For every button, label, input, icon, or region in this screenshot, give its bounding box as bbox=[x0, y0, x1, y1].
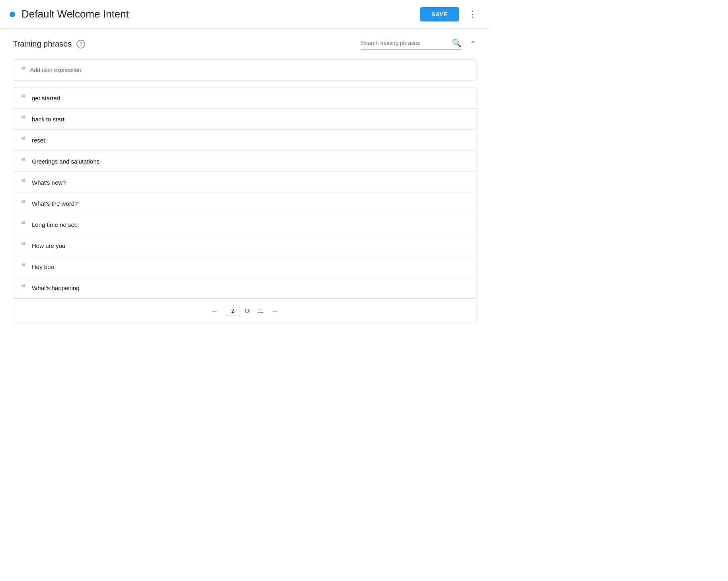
phrase-row[interactable]: ❝back to start bbox=[13, 109, 476, 130]
search-input-wrapper: 🔍 bbox=[361, 38, 462, 50]
phrase-row[interactable]: ❝Long time no see bbox=[13, 214, 476, 235]
section-title-group: Training phrases ? bbox=[13, 39, 85, 49]
phrase-quote-icon: ❝ bbox=[21, 115, 25, 123]
help-icon[interactable]: ? bbox=[76, 40, 85, 49]
phrase-text: What's the word? bbox=[32, 200, 78, 207]
phrase-text: What's happening bbox=[32, 285, 80, 291]
prev-page-button[interactable]: ← bbox=[208, 304, 221, 317]
phrase-row[interactable]: ❝Hey boo bbox=[13, 256, 476, 277]
phrase-row[interactable]: ❝How are you bbox=[13, 235, 476, 256]
phrase-quote-icon: ❝ bbox=[21, 136, 25, 144]
header-right: SAVE ⋮ bbox=[420, 7, 480, 21]
header: Default Welcome Intent SAVE ⋮ bbox=[0, 0, 489, 29]
phrase-quote-icon: ❝ bbox=[21, 242, 25, 250]
phrase-quote-icon: ❝ bbox=[21, 94, 25, 102]
total-pages: 11 bbox=[257, 308, 263, 314]
section-header: Training phrases ? 🔍 ⌃ bbox=[13, 38, 476, 50]
of-label: OF bbox=[245, 308, 252, 314]
section-title: Training phrases bbox=[13, 39, 72, 49]
quote-icon: ❝ bbox=[21, 66, 25, 74]
phrase-row[interactable]: ❝get started bbox=[13, 88, 476, 109]
phrase-text: What's new? bbox=[32, 179, 66, 186]
phrase-quote-icon: ❝ bbox=[21, 220, 25, 228]
collapse-icon[interactable]: ⌃ bbox=[470, 39, 476, 49]
phrases-list: ❝get started❝back to start❝reset❝Greetin… bbox=[13, 87, 476, 323]
current-page: 2 bbox=[226, 306, 240, 316]
phrase-quote-icon: ❝ bbox=[21, 178, 25, 186]
page-title: Default Welcome Intent bbox=[21, 8, 129, 20]
status-dot bbox=[10, 12, 15, 17]
phrase-text: back to start bbox=[32, 116, 64, 123]
add-expression-input[interactable] bbox=[30, 67, 468, 73]
training-phrases-section: Training phrases ? 🔍 ⌃ ❝ ❝get started❝ba… bbox=[0, 29, 489, 333]
search-group: 🔍 ⌃ bbox=[361, 38, 476, 50]
phrase-row[interactable]: ❝Greetings and salutations bbox=[13, 151, 476, 172]
search-input[interactable] bbox=[361, 40, 449, 46]
phrase-text: Long time no see bbox=[32, 221, 78, 228]
phrase-text: reset bbox=[32, 137, 45, 144]
phrase-row[interactable]: ❝What's the word? bbox=[13, 193, 476, 214]
phrase-text: Hey boo bbox=[32, 263, 54, 270]
phrase-quote-icon: ❝ bbox=[21, 199, 25, 207]
pagination: ←2OF11→ bbox=[13, 298, 476, 323]
phrase-quote-icon: ❝ bbox=[21, 157, 25, 165]
save-button[interactable]: SAVE bbox=[420, 7, 459, 21]
phrase-text: How are you bbox=[32, 242, 65, 249]
next-page-button[interactable]: → bbox=[268, 304, 281, 317]
phrase-quote-icon: ❝ bbox=[21, 263, 25, 271]
phrase-quote-icon: ❝ bbox=[21, 284, 25, 292]
phrase-text: get started bbox=[32, 95, 60, 101]
phrase-row[interactable]: ❝reset bbox=[13, 130, 476, 151]
phrase-text: Greetings and salutations bbox=[32, 158, 100, 165]
add-expression-box: ❝ bbox=[13, 59, 476, 81]
phrase-row[interactable]: ❝What's happening bbox=[13, 277, 476, 298]
more-icon[interactable]: ⋮ bbox=[465, 7, 480, 21]
phrase-row[interactable]: ❝What's new? bbox=[13, 172, 476, 193]
header-left: Default Welcome Intent bbox=[10, 8, 129, 20]
search-icon: 🔍 bbox=[452, 38, 462, 48]
